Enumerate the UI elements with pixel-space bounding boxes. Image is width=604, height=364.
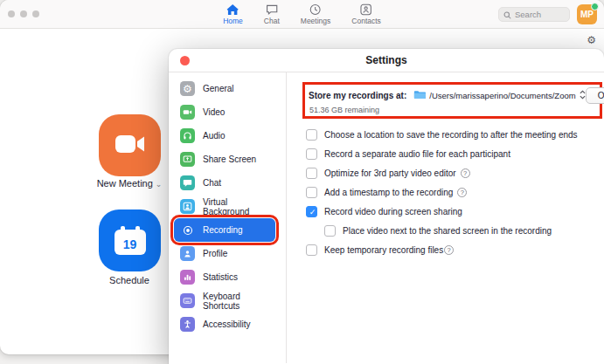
sidebar-item-accessibility[interactable]: Accessibility [174,312,275,336]
person-photo-icon [180,199,195,214]
toolbar: Home Chat Meetings Contacts [0,0,604,29]
sidebar-item-general[interactable]: ⚙︎ General [174,77,275,100]
search-icon [503,7,511,23]
recording-path: /Users/marissaperino/Documents/Zoom [429,91,575,100]
tab-home[interactable]: Home [223,3,243,25]
video-camera-icon [115,133,146,159]
tab-chat[interactable]: Chat [264,3,280,25]
gear-icon: ⚙︎ [180,81,195,96]
chevron-down-icon[interactable]: ⌄ [156,180,163,189]
avatar[interactable]: MP [577,4,597,24]
checkbox[interactable] [306,187,317,198]
settings-gear-icon[interactable]: ⚙︎ [587,35,596,45]
record-icon [180,223,195,237]
window-close-button[interactable] [8,10,15,17]
option-row-separate-audio: Record a separate audio file for each pa… [306,144,599,163]
folder-icon [413,87,426,103]
calendar-day: 19 [123,234,137,255]
space-remaining-text: 51.36 GB remaining [309,106,596,114]
checkbox[interactable] [306,148,317,160]
option-row-keep-temp-files: Keep temporary recording files ? [306,240,599,259]
option-label: Place video next to the shared screen in… [343,226,552,236]
tab-home-label: Home [223,17,243,25]
option-row-place-video-next: Place video next to the shared screen in… [324,221,599,240]
help-icon[interactable]: ? [444,245,454,255]
sidebar-item-label: Share Screen [203,155,256,164]
checkbox[interactable] [306,206,317,217]
sidebar-item-label: Keyboard Shortcuts [203,292,275,311]
tab-chat-label: Chat [264,17,280,25]
window-zoom-button[interactable] [32,10,39,17]
accessibility-icon [180,317,195,332]
option-row-timestamp: Add a timestamp to the recording ? [306,182,599,202]
store-recordings-annotation-box: Store my recordings at: /Users/marissape… [302,82,602,119]
search-input[interactable]: Search [498,7,570,22]
sidebar-item-chat[interactable]: Chat [174,171,275,195]
sidebar-item-profile[interactable]: Profile [174,242,275,265]
sidebar-item-audio[interactable]: Audio [174,124,275,148]
option-row-choose-location: Choose a location to save the recording … [306,125,599,144]
settings-dialog-header: Settings [169,49,604,72]
sidebar-item-label: Profile [203,249,227,258]
screen-share-icon [180,152,195,167]
option-label: Record a separate audio file for each pa… [324,149,510,159]
recording-settings-panel: Store my recordings at: /Users/marissape… [287,72,604,363]
window-minimize-button[interactable] [20,10,27,17]
keyboard-icon [180,293,195,308]
headphones-icon [180,128,195,143]
schedule-label-text: Schedule [109,275,149,285]
checkbox[interactable] [306,129,317,141]
sidebar-item-label: Audio [203,131,226,141]
sidebar-item-statistics[interactable]: Statistics [174,265,275,289]
new-meeting-button[interactable] [99,114,161,176]
open-button[interactable]: Open [586,87,604,104]
schedule-label: Schedule [77,275,182,285]
calendar-icon: 19 [115,226,146,255]
sidebar-item-keyboard-shortcuts[interactable]: Keyboard Shortcuts [174,289,275,312]
option-row-record-video-sharing: Record video during screen sharing [306,202,599,221]
tab-meetings[interactable]: Meetings [301,3,331,25]
chat-icon [265,3,278,16]
person-icon [180,246,195,261]
help-icon[interactable]: ? [461,168,470,178]
nav-tabs: Home Chat Meetings Contacts [223,0,381,29]
window-controls[interactable] [8,10,39,17]
option-row-optimize-editor: Optimize for 3rd party video editor ? [306,163,599,182]
sidebar-item-label: General [203,84,234,93]
settings-sidebar: ⚙︎ General Video Audio Share Screen [169,72,287,363]
tab-contacts-label: Contacts [351,17,381,25]
sidebar-item-virtual-background[interactable]: Virtual Background [174,195,275,218]
schedule-button[interactable]: 19 [99,209,161,271]
checkbox[interactable] [324,225,336,237]
sidebar-item-recording[interactable]: Recording [174,218,275,242]
option-label: Optimize for 3rd party video editor [324,168,456,178]
chat-bubble-icon [180,175,195,190]
sidebar-item-share-screen[interactable]: Share Screen [174,148,275,171]
dialog-title: Settings [169,49,604,72]
settings-dialog: Settings ⚙︎ General Video Audio [169,49,604,364]
search-placeholder: Search [515,10,541,19]
sidebar-item-video[interactable]: Video [174,100,275,124]
sidebar-item-label: Recording [203,225,243,235]
store-recordings-label: Store my recordings at: [309,91,406,100]
tab-contacts[interactable]: Contacts [351,3,381,25]
recording-location-select[interactable]: /Users/marissaperino/Documents/Zoom [413,87,585,103]
video-camera-icon [180,105,195,120]
bar-chart-icon [180,270,195,285]
option-label: Choose a location to save the recording … [324,130,578,140]
sidebar-item-label: Virtual Background [203,197,275,216]
option-label: Add a timestamp to the recording [324,188,453,197]
dialog-close-button[interactable] [180,56,190,65]
checkbox[interactable] [306,168,317,179]
sidebar-item-label: Video [203,107,225,117]
sidebar-item-label: Chat [203,178,221,188]
clock-icon [309,3,322,16]
help-icon[interactable]: ? [457,188,467,197]
recording-options-list: Choose a location to save the recording … [306,125,599,259]
sidebar-item-label: Accessibility [203,319,250,329]
contacts-icon [360,3,372,16]
new-meeting-label-text: New Meeting [97,178,153,189]
sidebar-item-label: Statistics [203,272,238,282]
checkbox[interactable] [306,244,317,256]
avatar-initials: MP [580,10,594,19]
